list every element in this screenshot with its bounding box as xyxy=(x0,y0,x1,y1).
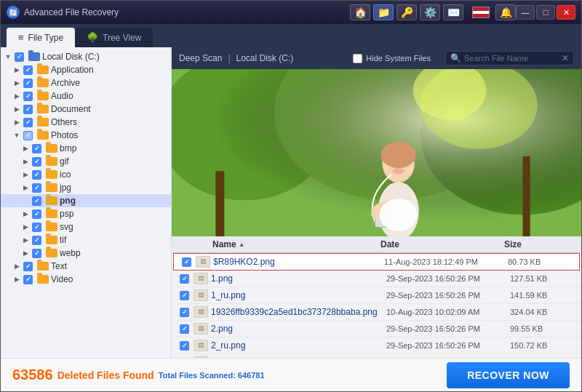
notification-button[interactable]: 🔔 xyxy=(495,4,516,20)
sidebar-item-document[interactable]: ▶ ✓ Document xyxy=(1,103,171,116)
breadcrumb-separator: | xyxy=(228,53,230,63)
sidebar-item-photos[interactable]: ▼ ✓ Photos xyxy=(1,129,171,142)
file-date: 10-Aug-2023 10:02:09 AM xyxy=(386,308,510,316)
files-nav-button[interactable]: 📁 xyxy=(373,4,394,20)
settings-nav-button[interactable]: ⚙️ xyxy=(420,4,440,20)
minimize-button[interactable]: — xyxy=(516,5,535,20)
file-thumbnail-icon: 🖼 xyxy=(194,323,208,335)
sidebar-item-jpg[interactable]: ▶ ✓ jpg xyxy=(1,181,171,194)
row-checkbox[interactable]: ✓ xyxy=(178,291,194,300)
sidebar-item-svg[interactable]: ▶ ✓ svg xyxy=(1,220,171,233)
file-row[interactable]: ✓ 🖼 19326ffb9339c2a5ed1bc373728bbaba.png… xyxy=(172,304,581,321)
row-checkbox[interactable]: ✓ xyxy=(180,257,196,267)
file-thumbnail-icon: 🖼 xyxy=(194,289,208,301)
sidebar-item-bmp[interactable]: ▶ ✓ bmp xyxy=(1,142,171,155)
checkbox-local-disk[interactable]: ✓ xyxy=(15,52,24,62)
expand-arrow xyxy=(21,196,30,205)
checkbox-jpg[interactable]: ✓ xyxy=(32,183,41,193)
mail-nav-button[interactable]: ✉️ xyxy=(443,4,463,20)
right-top-bar: Deep Scan | Local Disk (C:) Hide System … xyxy=(172,47,581,69)
home-nav-button[interactable]: 🏠 xyxy=(350,4,370,20)
sidebar-item-png[interactable]: ✓ png xyxy=(1,194,171,207)
key-nav-button[interactable]: 🔑 xyxy=(396,4,417,20)
file-row[interactable]: ✓ 🖼 1_ru.png 29-Sep-2023 16:50:26 PM 141… xyxy=(172,287,581,304)
sidebar-item-gif[interactable]: ▶ ✓ gif xyxy=(1,155,171,168)
checkbox-svg[interactable]: ✓ xyxy=(32,223,41,232)
file-name: 1.png xyxy=(211,273,386,284)
search-input[interactable] xyxy=(464,54,559,63)
window-controls: — □ ✕ xyxy=(516,5,575,20)
expand-arrow: ▶ xyxy=(12,79,21,87)
hide-system-files-checkbox[interactable] xyxy=(353,54,362,63)
label-webp: webp xyxy=(60,248,81,258)
checkbox-text[interactable]: ✓ xyxy=(23,262,33,271)
sidebar-item-text[interactable]: ▶ ✓ Text xyxy=(1,260,171,273)
header-size[interactable]: Size xyxy=(504,239,570,249)
close-button[interactable]: ✕ xyxy=(557,5,575,20)
title-bar: 🔄 Advanced File Recovery 🏠 📁 🔑 ⚙️ ✉️ 🔔 —… xyxy=(1,1,581,24)
recover-now-button[interactable]: RECOVER NOW xyxy=(447,362,570,388)
file-row[interactable]: ✓ 🖼 1.png 29-Sep-2023 16:50:26 PM 127.51… xyxy=(172,271,581,287)
checkbox-photos[interactable]: ✓ xyxy=(23,131,33,140)
svg-point-11 xyxy=(381,142,416,168)
checkbox-audio[interactable]: ✓ xyxy=(23,92,33,101)
app-title: Advanced File Recovery xyxy=(24,7,350,17)
checkbox-psp[interactable]: ✓ xyxy=(32,209,41,219)
folder-icon-psp xyxy=(46,209,57,218)
expand-arrow: ▶ xyxy=(21,157,30,166)
checkbox-application[interactable]: ✓ xyxy=(23,65,33,75)
sidebar-item-webp[interactable]: ▶ ✓ webp xyxy=(1,247,171,260)
sidebar-item-psp[interactable]: ▶ ✓ psp xyxy=(1,207,171,220)
file-row[interactable]: ✓ 🖼 2.png 29-Sep-2023 16:50:26 PM 99.55 … xyxy=(172,321,581,337)
search-box[interactable]: 🔍 ✕ xyxy=(445,51,574,65)
maximize-button[interactable]: □ xyxy=(536,5,555,20)
tab-file-type[interactable]: ≡ File Type xyxy=(7,28,75,47)
checkbox-bmp[interactable]: ✓ xyxy=(32,144,41,153)
row-checkbox[interactable]: ✓ xyxy=(178,274,194,284)
tab-tree-view[interactable]: 🌳 Tree View xyxy=(75,28,153,47)
file-list-header: Name ▲ Date Size xyxy=(172,236,581,253)
svg-point-14 xyxy=(380,199,418,231)
file-row[interactable]: ✓ 🖼 2_ru.png 29-Sep-2023 16:50:26 PM 150… xyxy=(172,337,581,354)
file-size: 99.55 KB xyxy=(510,324,575,333)
sidebar-item-tif[interactable]: ▶ ✓ tif xyxy=(1,233,171,247)
checkbox-webp[interactable]: ✓ xyxy=(32,249,41,258)
expand-arrow: ▼ xyxy=(4,52,12,61)
header-date[interactable]: Date xyxy=(380,239,504,249)
hide-system-files-option[interactable]: Hide System Files xyxy=(353,54,431,63)
checkbox-gif[interactable]: ✓ xyxy=(32,157,41,167)
checkbox-video[interactable]: ✓ xyxy=(23,275,33,284)
checkbox-archive[interactable]: ✓ xyxy=(23,79,33,88)
header-name[interactable]: Name ▲ xyxy=(212,239,380,249)
file-date: 29-Sep-2023 16:50:26 PM xyxy=(386,274,510,283)
language-flag[interactable] xyxy=(472,7,490,18)
checkbox-ico[interactable]: ✓ xyxy=(32,170,41,180)
row-checkbox[interactable]: ✓ xyxy=(178,308,194,317)
file-size: 127.51 KB xyxy=(510,274,575,283)
sidebar-item-others[interactable]: ▶ ✓ Others xyxy=(1,116,171,129)
label-archive: Archive xyxy=(51,78,80,88)
checkbox-others[interactable]: ✓ xyxy=(23,118,33,127)
file-thumbnail-icon: 🖼 xyxy=(194,273,208,284)
sidebar-item-local-disk[interactable]: ▼ ✓ Local Disk (C:) xyxy=(1,50,171,63)
sidebar-item-audio[interactable]: ▶ ✓ Audio xyxy=(1,89,171,103)
file-date: 29-Sep-2023 16:50:26 PM xyxy=(386,324,510,333)
row-checkbox[interactable]: ✓ xyxy=(178,341,194,351)
checkbox-png[interactable]: ✓ xyxy=(32,196,41,206)
checkbox-tif[interactable]: ✓ xyxy=(32,236,41,245)
sidebar-item-ico[interactable]: ▶ ✓ ico xyxy=(1,168,171,181)
file-name: 2_ru.png xyxy=(211,340,386,351)
file-size: 141.59 KB xyxy=(510,291,575,300)
row-checkbox[interactable]: ✓ xyxy=(178,324,194,334)
sidebar-item-archive[interactable]: ▶ ✓ Archive xyxy=(1,76,171,89)
label-jpg: jpg xyxy=(60,183,71,193)
sidebar-item-video[interactable]: ▶ ✓ Video xyxy=(1,273,171,286)
file-name: 19326ffb9339c2a5ed1bc373728bbaba.png xyxy=(211,307,386,317)
label-svg: svg xyxy=(60,222,73,232)
search-clear-button[interactable]: ✕ xyxy=(562,53,569,63)
folder-icon-text xyxy=(37,262,49,271)
file-row[interactable]: ✓ 🖼 $R89HKO2.png 11-Aug-2023 18:12:49 PM… xyxy=(173,253,580,271)
tree-view-icon: 🌳 xyxy=(87,32,98,43)
checkbox-document[interactable]: ✓ xyxy=(23,105,33,114)
sidebar-item-application[interactable]: ▶ ✓ Application xyxy=(1,63,171,76)
